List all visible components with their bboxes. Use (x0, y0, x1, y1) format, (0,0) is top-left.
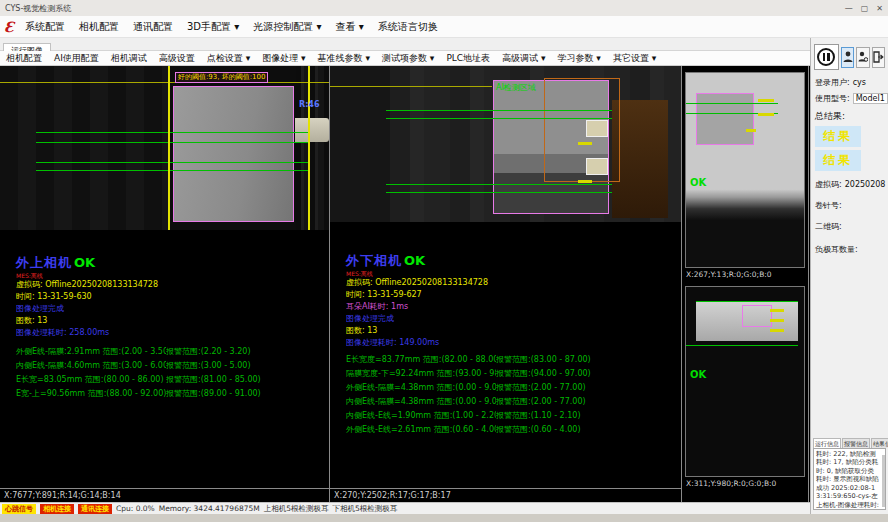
machine-shadow (330, 66, 390, 222)
tool-advanced-settings[interactable]: 高级设置 (153, 52, 201, 65)
menu-view[interactable]: 查看 ▾ (328, 18, 370, 36)
baseline-yellow-line (330, 86, 492, 87)
cpu-usage: Cpu: 0.0% (116, 504, 155, 513)
log-tab-alarm-info[interactable]: 报警信息 (842, 438, 870, 448)
app-window: CYS-视觉检测系统 — ▢ ✕ Ɛ 系统配置 相机配置 通讯配置 3D手配置 … (0, 0, 888, 522)
measurement-row: 外侧E线-E线=2.61mm 范围:(0.60 - 4.00) 报警范围:(0.… (346, 423, 677, 437)
menu-light-control[interactable]: 光源控制配置 ▾ (246, 18, 328, 36)
measure-line (36, 162, 308, 163)
preview-bottom-viewport[interactable]: OK (685, 286, 805, 477)
login-user-value: cys (853, 78, 866, 87)
tool-camera-config[interactable]: 相机配置 (0, 52, 48, 65)
measurement-row: 内侧E线-E线=1.90mm 范围:(1.00 - 2.20) 报警范围:(1.… (346, 409, 677, 423)
left-product-roi (173, 86, 294, 222)
tool-test-params[interactable]: 测试项参数 ▾ (376, 52, 440, 65)
edge-line-left (168, 66, 170, 230)
process-time-line: 图像处理耗时: 258.00ms (16, 327, 325, 339)
tool-learning-params[interactable]: 学习参数 ▾ (552, 52, 607, 65)
alarm-text: 报警范围:(81.00 - 85.00) (166, 373, 325, 387)
virtual-code-line: 虚拟码: Offline20250208133134728 (346, 277, 677, 289)
menu-system-config[interactable]: 系统配置 (18, 18, 72, 36)
left-measurements: 外侧E线-隔膜:2.91mm 范围:(2.00 - 3.50) 报警范围:(2.… (16, 345, 325, 401)
menu-language-switch[interactable]: 系统语言切换 (371, 18, 445, 36)
user-settings-button[interactable] (856, 47, 869, 68)
minimize-button[interactable]: — (845, 4, 853, 13)
threshold-label: 好的阈值:93, 坏的阈值:100 (175, 72, 268, 83)
preview-top-coords: X:267;Y:13;R:0;G:0;B:0 (682, 268, 808, 282)
measurement-row: 内侧E线-隔膜=4.38mm 范围:(0.00 - 9.00) 报警范围:(2.… (346, 395, 677, 409)
alarm-text: 报警范围:(83.00 - 87.00) (496, 353, 677, 367)
mid-camera-panel: AI检测区域 外下相机OK MES:离线 虚拟码: Offline2025020… (330, 66, 682, 502)
close-button[interactable]: ✕ (876, 4, 883, 13)
camera-name: 外下相机 (346, 253, 402, 268)
bottom-camera-status: 下相机5根检测极耳 (332, 504, 397, 514)
qr-code-label: 二维码: (815, 221, 842, 232)
pause-icon (817, 48, 835, 66)
alarm-text: 报警范围:(2.00 - 77.00) (496, 381, 677, 395)
measure-text: 外侧E线-隔膜=4.38mm 范围:(0.00 - 9.00) (346, 381, 496, 395)
camera-status-ok: OK (404, 253, 425, 268)
tab-row: 运行图像 (0, 38, 810, 51)
menu-camera-config[interactable]: 相机配置 (72, 18, 126, 36)
baseline-yellow-line (0, 82, 329, 83)
measure-line (386, 110, 612, 111)
measurement-row: E长宽=83.05mm 范围:(80.00 - 86.00) 报警范围:(81.… (16, 373, 325, 387)
tool-baseline-params[interactable]: 基准线参数 ▾ (312, 52, 376, 65)
login-user-row: 登录用户: cys (815, 77, 884, 88)
log-textbox[interactable]: 耗时: 222, 缺陷检测耗时: 17, 缺陷分类耗时: 0, 缺陷获取分类耗时… (813, 448, 886, 510)
menu-3d-hand-config[interactable]: 3D手配置 ▾ (180, 18, 246, 36)
tab-count-row: 负极耳数量: (815, 244, 884, 255)
tool-other-settings[interactable]: 其它设置 ▾ (607, 52, 662, 65)
preview-ok-label: OK (690, 177, 706, 188)
micro-label (770, 319, 784, 322)
virtual-code-value: 20250208 (845, 180, 886, 189)
virtual-code-line: 虚拟码: Offline20250208133134728 (16, 279, 325, 291)
logout-button[interactable] (872, 47, 885, 68)
status-bar: 心跳信号 相机连接 通讯连接 Cpu: 0.0% Memory: 3424.41… (0, 502, 810, 514)
time-line: 时间: 13-31-59-630 (16, 291, 325, 303)
tab-ear-highlight (586, 120, 608, 137)
model-select[interactable]: Model1 (853, 93, 888, 104)
main-area: 好的阈值:93, 坏的阈值:100 R:46 外上相机OK MES:离线 虚拟码… (0, 66, 810, 502)
left-camera-viewport[interactable]: 好的阈值:93, 坏的阈值:100 R:46 (0, 66, 329, 230)
preview-bottom-coords: X:311;Y:980;R:0;G:0;B:0 (682, 477, 808, 491)
micro-label (578, 142, 592, 145)
tool-plc-address-table[interactable]: PLC地址表 (440, 52, 496, 65)
mid-camera-title: 外下相机OK (346, 252, 677, 270)
measure-line (386, 118, 612, 119)
mid-camera-viewport[interactable]: AI检测区域 (330, 66, 681, 222)
maximize-button[interactable]: ▢ (861, 4, 869, 13)
roi-mark (742, 305, 772, 327)
left-camera-title: 外上相机OK (16, 254, 325, 272)
left-camera-info: 外上相机OK MES:离线 虚拟码: Offline20250208133134… (16, 254, 325, 401)
measure-line (686, 103, 778, 104)
log-scrollbar[interactable] (882, 455, 885, 507)
measure-text: E宽-上=90.56mm 范围:(88.00 - 92.00) (16, 387, 166, 401)
user-login-button[interactable] (841, 47, 854, 68)
tool-ai-usage-config[interactable]: AI使用配置 (48, 52, 105, 65)
pause-button[interactable] (814, 44, 839, 70)
tool-camera-debug[interactable]: 相机调试 (105, 52, 153, 65)
user-icon (843, 51, 853, 63)
virtual-code-label: 虚拟码: (815, 179, 842, 190)
comm-connect-badge: 通讯连接 (78, 504, 112, 514)
model-row: 使用型号: Model1 (815, 93, 884, 104)
heartbeat-badge: 心跳信号 (2, 504, 36, 514)
measure-text: E长宽度=83.77mm 范围:(82.00 - 88.00) (346, 353, 496, 367)
tool-image-processing[interactable]: 图像处理 ▾ (256, 52, 311, 65)
log-tab-result-info[interactable]: 结果信息 (871, 438, 888, 448)
tool-spot-check[interactable]: 点检设置 ▾ (201, 52, 256, 65)
measure-text: 隔膜宽度-下=92.24mm 范围:(93.00 - 98.00) (346, 367, 496, 381)
preview-top-viewport[interactable]: OK (685, 72, 805, 268)
tool-advanced-debug[interactable]: 高级调试 ▾ (496, 52, 551, 65)
mes-status: MES:离线 (16, 272, 325, 279)
title-bar: CYS-视觉检测系统 — ▢ ✕ (0, 0, 888, 16)
tab-ear-highlight (586, 158, 608, 175)
top-camera-status: 上相机5根检测极耳 (264, 504, 329, 514)
mid-cursor-coords: X:270;Y:2502;R:17;G:17;B:17 (330, 488, 681, 502)
process-done-line: 图像处理完成 (16, 303, 325, 315)
menu-comm-config[interactable]: 通讯配置 (126, 18, 180, 36)
ai-area-label: AI检测区域 (496, 82, 536, 93)
micro-label (758, 99, 774, 102)
log-tab-run-info[interactable]: 运行信息 (813, 438, 841, 448)
